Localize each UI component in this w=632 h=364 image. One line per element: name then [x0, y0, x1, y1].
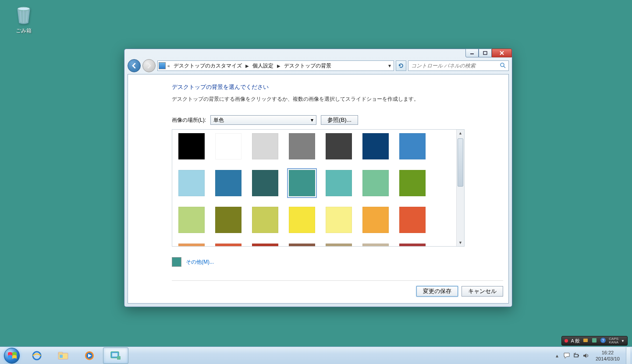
- chevron-down-icon: ▾: [311, 117, 313, 123]
- system-tray: ▴ 16:22 2014/03/10: [554, 347, 632, 364]
- color-swatch[interactable]: [289, 244, 315, 246]
- desktop: ごみ箱 « デスクトップのカスタマイズ ▶ 個人設定 ▶ デスクトップの背景: [0, 0, 632, 364]
- recycle-bin-label: ごみ箱: [10, 27, 38, 35]
- svg-rect-24: [574, 354, 578, 357]
- address-bar[interactable]: « デスクトップのカスタマイズ ▶ 個人設定 ▶ デスクトップの背景 ▾: [157, 60, 394, 71]
- tray-power-icon[interactable]: [573, 352, 580, 359]
- other-color-link[interactable]: その他(M)...: [186, 258, 214, 266]
- color-swatch[interactable]: [289, 133, 315, 159]
- color-swatch[interactable]: [289, 170, 315, 196]
- color-swatch[interactable]: [399, 244, 426, 246]
- chevron-right-icon: ▶: [277, 64, 280, 68]
- tray-clock[interactable]: 16:22 2014/03/10: [592, 350, 623, 362]
- start-button[interactable]: [0, 347, 24, 364]
- location-label: 画像の場所(L):: [172, 117, 206, 124]
- back-button[interactable]: [128, 59, 141, 72]
- ime-pad-icon[interactable]: [591, 337, 597, 344]
- recycle-bin-icon: [13, 4, 34, 25]
- breadcrumb-seg3[interactable]: デスクトップの背景: [282, 61, 333, 71]
- color-palette: ▲ ▼: [172, 129, 465, 247]
- color-swatch[interactable]: [362, 244, 389, 246]
- color-swatch[interactable]: [178, 133, 205, 159]
- color-swatch[interactable]: [326, 133, 352, 159]
- taskbar-ie[interactable]: [24, 347, 50, 364]
- window-controls: [465, 49, 512, 57]
- color-swatch[interactable]: [326, 244, 352, 246]
- close-button[interactable]: [492, 49, 512, 57]
- svg-rect-17: [58, 352, 63, 354]
- color-swatch[interactable]: [326, 207, 352, 233]
- color-swatch[interactable]: [362, 207, 389, 233]
- browse-button[interactable]: 参照(B)...: [321, 115, 358, 125]
- tray-volume-icon[interactable]: [582, 352, 589, 359]
- taskbar-media-player[interactable]: [77, 347, 102, 364]
- control-panel-window: « デスクトップのカスタマイズ ▶ 個人設定 ▶ デスクトップの背景 ▾ デスク…: [124, 49, 512, 307]
- color-swatch[interactable]: [178, 244, 205, 246]
- minimize-button[interactable]: [465, 49, 479, 57]
- color-swatch[interactable]: [399, 170, 426, 196]
- color-swatch[interactable]: [215, 133, 241, 159]
- taskbar-control-panel[interactable]: [103, 347, 128, 364]
- color-swatch[interactable]: [252, 207, 278, 233]
- scroll-thumb[interactable]: [458, 138, 463, 187]
- refresh-button[interactable]: [396, 60, 406, 71]
- color-swatch[interactable]: [215, 170, 241, 196]
- color-swatch[interactable]: [178, 170, 205, 196]
- chevron-right-icon: ▶: [245, 64, 249, 68]
- cancel-button[interactable]: キャンセル: [462, 286, 503, 297]
- navigation-row: « デスクトップのカスタマイズ ▶ 個人設定 ▶ デスクトップの背景 ▾: [128, 59, 509, 72]
- forward-button[interactable]: [142, 59, 156, 72]
- color-swatch[interactable]: [326, 170, 352, 196]
- other-color-row: その他(M)...: [172, 257, 465, 267]
- taskbar: ▴ 16:22 2014/03/10: [0, 346, 632, 364]
- color-swatch[interactable]: [215, 244, 241, 246]
- tray-date: 2014/03/10: [596, 356, 620, 362]
- color-swatch[interactable]: [178, 207, 205, 233]
- scroll-up-icon[interactable]: ▲: [457, 130, 464, 137]
- svg-rect-11: [583, 339, 588, 342]
- breadcrumb-seg1[interactable]: デスクトップのカスタマイズ: [172, 61, 244, 71]
- color-swatch[interactable]: [252, 244, 278, 246]
- search-icon[interactable]: [500, 62, 506, 70]
- tray-time: 16:22: [596, 350, 620, 356]
- ime-toolbar[interactable]: A 般 ? CAPS KANA ▼: [561, 336, 628, 346]
- color-swatch[interactable]: [399, 133, 426, 159]
- show-desktop-button[interactable]: [626, 347, 630, 364]
- svg-rect-22: [112, 353, 117, 357]
- breadcrumb-seg2[interactable]: 個人設定: [251, 61, 275, 71]
- ime-dropdown-icon[interactable]: ▼: [621, 339, 625, 343]
- taskbar-explorer[interactable]: [50, 347, 76, 364]
- color-swatch[interactable]: [215, 207, 241, 233]
- search-input[interactable]: [411, 63, 500, 69]
- svg-text:?: ?: [602, 338, 604, 343]
- recycle-bin[interactable]: ごみ箱: [10, 4, 38, 35]
- color-swatch[interactable]: [289, 207, 315, 233]
- windows-orb-icon: [4, 348, 20, 364]
- color-swatch[interactable]: [252, 133, 278, 159]
- ime-mode[interactable]: A 般: [571, 338, 580, 344]
- svg-point-15: [33, 352, 41, 360]
- svg-rect-18: [60, 355, 63, 358]
- tray-action-center-icon[interactable]: [563, 352, 570, 359]
- save-button[interactable]: 変更の保存: [416, 286, 458, 297]
- ime-kana[interactable]: KANA: [609, 341, 618, 344]
- ime-tool-icon[interactable]: [582, 337, 589, 344]
- color-swatch[interactable]: [362, 133, 389, 159]
- svg-rect-6: [483, 52, 487, 55]
- dialog-footer: 変更の保存 キャンセル: [172, 280, 503, 297]
- svg-rect-12: [592, 338, 596, 343]
- search-box[interactable]: [408, 60, 509, 71]
- location-dropdown[interactable]: 単色 ▾: [210, 115, 316, 125]
- tray-show-hidden-icon[interactable]: ▴: [554, 352, 561, 359]
- color-swatch[interactable]: [252, 170, 278, 196]
- color-swatch[interactable]: [362, 170, 389, 196]
- svg-rect-23: [117, 356, 121, 360]
- ime-record-icon: [565, 339, 568, 343]
- ime-help-icon[interactable]: ?: [600, 337, 606, 344]
- palette-scrollbar[interactable]: ▲ ▼: [456, 130, 464, 246]
- color-swatch[interactable]: [399, 207, 426, 233]
- address-dropdown[interactable]: ▾: [387, 63, 393, 69]
- scroll-down-icon[interactable]: ▼: [457, 239, 464, 246]
- maximize-button[interactable]: [479, 49, 492, 57]
- svg-rect-25: [578, 355, 579, 356]
